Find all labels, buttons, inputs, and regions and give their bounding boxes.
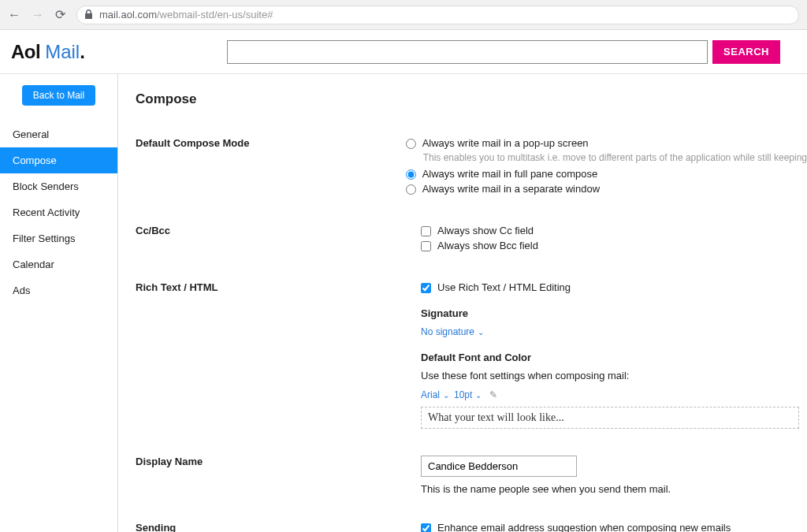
font-name-dropdown[interactable]: Arial ⌄ (421, 389, 449, 400)
compose-mode-label[interactable]: Always write mail in a pop-up screen (422, 137, 589, 149)
lock-icon (85, 9, 93, 20)
sending-checkbox[interactable] (421, 523, 431, 532)
logo-product: Mail (45, 41, 80, 63)
pencil-icon[interactable]: ✎ (489, 389, 497, 400)
search-button[interactable]: SEARCH (712, 40, 780, 64)
ccbcc-checkbox[interactable] (421, 226, 431, 236)
sidebar-item-block-senders[interactable]: Block Senders (0, 173, 117, 199)
signature-dropdown[interactable]: No signature ⌄ (421, 326, 484, 337)
section-display-name: Display Name This is the name people see… (136, 446, 807, 512)
search-input[interactable] (227, 40, 708, 64)
chevron-down-icon: ⌄ (478, 328, 484, 337)
chevron-down-icon: ⌄ (475, 391, 482, 400)
sidebar: Back to Mail GeneralComposeBlock Senders… (0, 74, 118, 532)
section-default-compose: Default Compose Mode Always write mail i… (136, 128, 807, 215)
compose-mode-label[interactable]: Always write mail in a separate window (422, 183, 600, 195)
sidebar-item-compose[interactable]: Compose (0, 147, 117, 173)
back-arrow-icon[interactable]: ← (8, 8, 20, 22)
sidebar-item-calendar[interactable]: Calendar (0, 251, 117, 277)
display-name-help: This is the name people see when you sen… (421, 483, 807, 495)
compose-mode-radio[interactable] (406, 184, 416, 195)
sidebar-item-filter-settings[interactable]: Filter Settings (0, 225, 117, 251)
content-area: Compose Default Compose Mode Always writ… (118, 74, 807, 532)
page-title: Compose (136, 91, 807, 107)
compose-mode-radio[interactable] (406, 169, 416, 180)
browser-chrome: ← → ⟳ mail.aol.com/webmail-std/en-us/sui… (0, 0, 807, 30)
sidebar-item-general[interactable]: General (0, 121, 117, 147)
logo: Aol Mail . (11, 41, 85, 63)
back-to-mail-button[interactable]: Back to Mail (22, 85, 95, 106)
section-label: Sending (136, 522, 421, 532)
use-richtext-checkbox[interactable] (421, 283, 431, 293)
section-ccbcc: Cc/Bcc Always show Cc fieldAlways show B… (136, 215, 807, 272)
sending-label[interactable]: Enhance email address suggestion when co… (437, 522, 731, 532)
app-header: Aol Mail . SEARCH (0, 30, 807, 74)
search-wrap: SEARCH (227, 40, 780, 64)
font-size-dropdown[interactable]: 10pt ⌄ (454, 389, 482, 400)
logo-brand: Aol (11, 41, 40, 63)
section-label: Default Compose Mode (136, 137, 406, 198)
display-name-input[interactable] (421, 456, 577, 477)
signature-heading: Signature (421, 307, 807, 319)
ccbcc-checkbox[interactable] (421, 241, 431, 251)
font-heading: Default Font and Color (421, 352, 807, 363)
chevron-down-icon: ⌄ (443, 391, 449, 400)
sidebar-item-recent-activity[interactable]: Recent Activity (0, 199, 117, 225)
font-desc: Use these font settings when composing m… (421, 370, 807, 381)
section-label: Rich Text / HTML (136, 281, 421, 429)
compose-mode-note: This enables you to multitask i.e. move … (423, 152, 807, 163)
sidebar-item-ads[interactable]: Ads (0, 277, 117, 303)
compose-mode-radio[interactable] (406, 139, 416, 149)
url-bar[interactable]: mail.aol.com/webmail-std/en-us/suite# (76, 6, 799, 24)
forward-arrow-icon[interactable]: → (32, 8, 44, 22)
use-richtext-label[interactable]: Use Rich Text / HTML Editing (437, 281, 571, 293)
compose-mode-label[interactable]: Always write mail in full pane compose (422, 168, 598, 180)
section-label: Display Name (136, 456, 421, 495)
section-sending: Sending Enhance email address suggestion… (136, 512, 807, 532)
logo-dot: . (80, 41, 85, 63)
url-text: mail.aol.com/webmail-std/en-us/suite# (99, 9, 273, 20)
ccbcc-label[interactable]: Always show Cc field (437, 225, 534, 236)
reload-icon[interactable]: ⟳ (55, 7, 65, 22)
section-richtext: Rich Text / HTML Use Rich Text / HTML Ed… (136, 272, 807, 446)
section-label: Cc/Bcc (136, 225, 421, 255)
ccbcc-label[interactable]: Always show Bcc field (437, 240, 538, 251)
font-preview: What your text will look like... (421, 407, 799, 429)
